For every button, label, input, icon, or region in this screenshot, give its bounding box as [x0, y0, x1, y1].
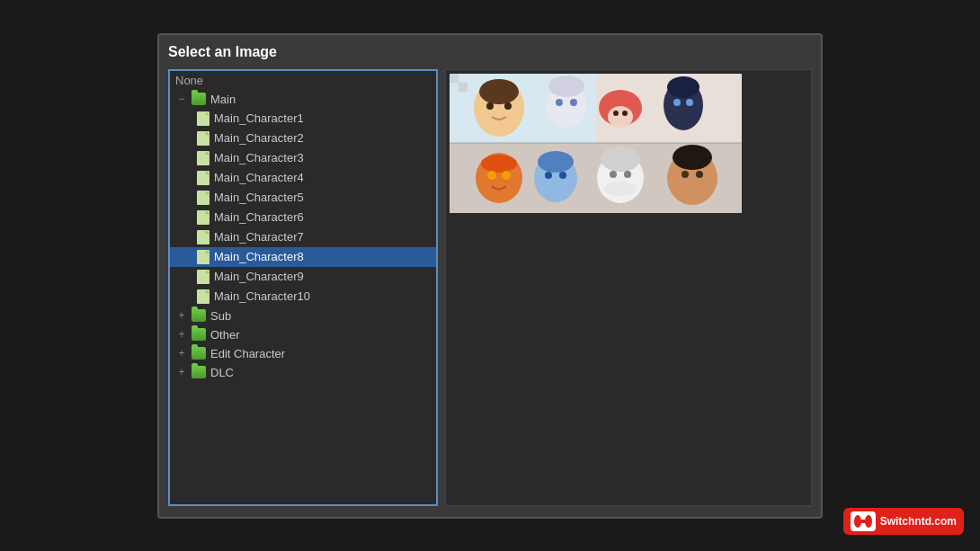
preview-image-inner [450, 74, 742, 213]
folder-label: Other [210, 328, 240, 342]
expand-icon[interactable]: − [175, 93, 188, 105]
file-label: Main_Character5 [214, 191, 304, 204]
nintendo-logo-icon [851, 511, 876, 531]
folder-icon [192, 93, 206, 105]
svg-point-29 [538, 151, 574, 173]
svg-point-21 [667, 76, 699, 98]
tree-item-main_char9[interactable]: Main_Character9 [170, 267, 436, 287]
svg-point-11 [504, 102, 512, 110]
svg-point-17 [608, 106, 633, 128]
file-label: Main_Character9 [214, 270, 304, 283]
preview-image [450, 74, 742, 213]
expand-icon[interactable]: + [175, 328, 188, 341]
expand-icon[interactable]: + [175, 366, 188, 378]
svg-rect-4 [450, 74, 459, 83]
file-icon [197, 289, 209, 304]
svg-rect-7 [459, 83, 468, 92]
svg-point-40 [696, 171, 703, 178]
tree-item-dlc-folder[interactable]: +DLC [170, 363, 436, 382]
file-icon [197, 111, 209, 126]
svg-point-23 [686, 99, 693, 106]
file-label: Main_Character2 [214, 131, 304, 145]
svg-point-18 [613, 111, 619, 116]
svg-point-22 [673, 99, 681, 106]
svg-point-36 [604, 182, 637, 196]
tree-item-main_char5[interactable]: Main_Character5 [170, 188, 436, 208]
svg-point-19 [622, 111, 628, 116]
file-icon [197, 191, 209, 205]
svg-point-26 [487, 171, 496, 180]
svg-point-39 [682, 171, 689, 178]
svg-point-15 [570, 99, 577, 106]
tree-item-other-folder[interactable]: +Other [170, 325, 436, 344]
folder-label: Edit Character [210, 347, 285, 360]
svg-point-27 [502, 171, 511, 180]
tree-item-none[interactable]: None [170, 71, 436, 90]
file-icon [197, 210, 209, 225]
svg-point-9 [479, 79, 519, 104]
expand-icon[interactable]: + [175, 347, 188, 360]
svg-point-35 [624, 171, 631, 178]
folder-icon [192, 328, 206, 341]
file-icon [197, 171, 209, 185]
file-label: Main_Character7 [214, 230, 304, 244]
file-icon [197, 131, 209, 146]
file-icon [197, 230, 209, 244]
folder-icon [192, 347, 206, 360]
svg-point-31 [559, 172, 566, 179]
dialog-content: None−MainMain_Character1Main_Character2M… [168, 69, 812, 506]
folder-icon [192, 366, 206, 378]
select-image-dialog: Select an Image None−MainMain_Character1… [157, 33, 823, 519]
file-label: Main_Character10 [214, 289, 310, 303]
preview-panel [445, 69, 812, 506]
file-icon [197, 250, 209, 264]
tree-item-main-folder[interactable]: −Main [170, 90, 436, 109]
tree-item-edit-folder[interactable]: +Edit Character [170, 344, 436, 363]
svg-point-10 [486, 102, 494, 110]
file-label: Main_Character4 [214, 171, 304, 184]
svg-rect-5 [459, 74, 468, 83]
svg-point-34 [610, 171, 617, 178]
folder-label: DLC [210, 366, 234, 379]
file-label: Main_Character6 [214, 210, 304, 224]
file-label: Main_Character3 [214, 151, 304, 164]
svg-rect-6 [450, 83, 459, 92]
tree-item-main_char8[interactable]: Main_Character8 [170, 247, 436, 267]
dialog-title: Select an Image [168, 44, 812, 60]
tree-item-main_char7[interactable]: Main_Character7 [170, 227, 436, 247]
tree-panel[interactable]: None−MainMain_Character1Main_Character2M… [168, 69, 438, 506]
svg-point-13 [548, 76, 584, 97]
file-icon [197, 151, 209, 165]
tree-item-main_char3[interactable]: Main_Character3 [170, 148, 436, 168]
tree-item-main_char10[interactable]: Main_Character10 [170, 287, 436, 307]
tree-item-main_char1[interactable]: Main_Character1 [170, 109, 436, 129]
file-icon [197, 270, 209, 284]
file-label: Main_Character8 [214, 250, 304, 263]
folder-label: Main [210, 93, 236, 106]
svg-point-14 [556, 99, 563, 106]
file-label: Main_Character1 [214, 111, 304, 125]
folder-label: Sub [210, 309, 231, 323]
tree-item-main_char6[interactable]: Main_Character6 [170, 208, 436, 227]
svg-point-33 [601, 147, 640, 172]
tree-item-sub-folder[interactable]: +Sub [170, 307, 436, 325]
folder-icon [192, 309, 206, 322]
svg-point-25 [481, 155, 517, 173]
watermark-text: Switchntd.com [880, 515, 957, 528]
svg-point-30 [545, 172, 552, 179]
tree-item-main_char2[interactable]: Main_Character2 [170, 129, 436, 148]
svg-rect-45 [860, 520, 867, 523]
watermark: Switchntd.com [843, 508, 964, 535]
expand-icon[interactable]: + [175, 309, 188, 322]
tree-item-main_char4[interactable]: Main_Character4 [170, 168, 436, 188]
svg-point-38 [673, 145, 712, 170]
